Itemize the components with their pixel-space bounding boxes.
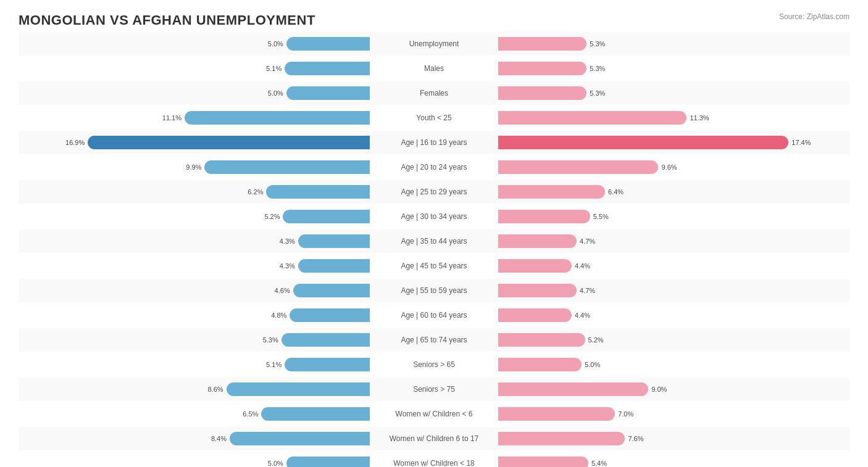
- bar-wrapper-right: 5.3%: [498, 86, 849, 100]
- chart-row: 5.0% Unemployment 5.3%: [19, 32, 849, 56]
- right-value: 4.4%: [575, 312, 590, 319]
- bar-blue: [286, 37, 370, 51]
- bar-wrapper-left: 8.6%: [19, 382, 370, 396]
- bar-wrapper-right: 7.6%: [498, 432, 849, 445]
- center-label: Age | 20 to 24 years: [372, 163, 496, 172]
- right-area: 5.4%: [496, 452, 849, 467]
- chart-row: 8.6% Seniors > 75 9.0%: [19, 378, 849, 401]
- left-value: 4.3%: [280, 238, 295, 245]
- right-area: 9.0%: [496, 378, 849, 401]
- bar-pink: [498, 358, 582, 371]
- bar-wrapper-left: 5.0%: [19, 86, 370, 100]
- bar-blue: [286, 86, 370, 100]
- chart-title: MONGOLIAN VS AFGHAN UNEMPLOYMENT: [19, 12, 315, 28]
- chart-row: 8.4% Women w/ Children 6 to 17 7.6%: [19, 427, 849, 450]
- left-area: 4.6%: [19, 279, 372, 302]
- bar-blue: [298, 259, 370, 273]
- bar-pink: [498, 457, 588, 467]
- right-value: 7.0%: [618, 410, 633, 418]
- center-label: Women w/ Children < 18: [372, 459, 496, 467]
- left-area: 4.8%: [19, 304, 372, 327]
- right-area: 4.7%: [496, 279, 849, 302]
- bar-wrapper-left: 11.1%: [19, 111, 370, 125]
- chart-row: 4.8% Age | 60 to 64 years 4.4%: [19, 304, 849, 327]
- left-area: 4.3%: [19, 254, 372, 278]
- right-value: 5.3%: [590, 89, 605, 97]
- right-area: 5.3%: [496, 32, 849, 56]
- bar-wrapper-right: 11.3%: [498, 111, 849, 125]
- center-label: Age | 45 to 54 years: [372, 262, 496, 270]
- bar-wrapper-left: 5.1%: [19, 358, 370, 371]
- bar-pink: [498, 308, 572, 322]
- bar-section: 5.2% Age | 30 to 34 years 5.5%: [19, 205, 849, 228]
- chart-row: 5.0% Women w/ Children < 18 5.4%: [19, 452, 849, 467]
- bar-section: 5.0% Unemployment 5.3%: [19, 32, 849, 56]
- bar-wrapper-left: 5.0%: [19, 457, 370, 467]
- bar-wrapper-left: 5.3%: [19, 333, 370, 347]
- bar-wrapper-right: 6.4%: [498, 185, 849, 199]
- right-value: 17.4%: [791, 139, 811, 146]
- bar-section: 4.6% Age | 55 to 59 years 4.7%: [19, 279, 849, 302]
- bar-wrapper-left: 8.4%: [19, 432, 370, 445]
- bar-wrapper-right: 5.4%: [498, 457, 849, 467]
- right-area: 7.0%: [496, 402, 849, 426]
- center-label: Women w/ Children < 6: [372, 410, 496, 418]
- center-label: Age | 65 to 74 years: [372, 336, 496, 344]
- bar-wrapper-right: 9.0%: [498, 382, 849, 396]
- bar-blue: [185, 111, 370, 125]
- left-value: 4.8%: [271, 312, 286, 319]
- bar-wrapper-right: 5.2%: [498, 333, 849, 347]
- left-area: 8.4%: [19, 427, 372, 450]
- bar-section: 4.8% Age | 60 to 64 years 4.4%: [19, 304, 849, 327]
- right-area: 5.3%: [496, 57, 849, 80]
- bar-pink: [498, 86, 586, 100]
- left-value: 5.1%: [266, 361, 282, 368]
- right-value: 5.4%: [591, 460, 607, 467]
- chart-row: 16.9% Age | 16 to 19 years 17.4%: [19, 131, 849, 154]
- right-value: 4.7%: [580, 287, 595, 294]
- bar-blue: [293, 284, 370, 297]
- right-value: 5.5%: [593, 213, 609, 220]
- right-value: 6.4%: [608, 188, 624, 196]
- right-value: 9.6%: [661, 163, 677, 171]
- bar-pink: [498, 136, 788, 149]
- left-area: 5.2%: [19, 205, 372, 228]
- center-label: Seniors > 75: [372, 385, 496, 394]
- center-label: Seniors > 65: [372, 360, 496, 369]
- bar-wrapper-right: 4.7%: [498, 234, 849, 248]
- center-label: Males: [372, 64, 496, 73]
- bar-wrapper-right: 4.4%: [498, 259, 849, 273]
- bar-wrapper-left: 9.9%: [19, 160, 370, 174]
- bar-pink: [498, 185, 605, 199]
- center-label: Age | 55 to 59 years: [372, 286, 496, 295]
- right-area: 4.4%: [496, 254, 849, 278]
- center-label: Age | 16 to 19 years: [372, 138, 496, 147]
- left-area: 8.6%: [19, 378, 372, 401]
- bar-wrapper-right: 9.6%: [498, 160, 849, 174]
- bar-section: 8.4% Women w/ Children 6 to 17 7.6%: [19, 427, 849, 450]
- right-area: 11.3%: [496, 106, 849, 130]
- left-value: 9.9%: [186, 163, 201, 171]
- bar-blue: [285, 358, 370, 371]
- right-value: 5.2%: [588, 336, 604, 344]
- left-area: 5.0%: [19, 452, 372, 467]
- bar-wrapper-right: 7.0%: [498, 407, 849, 421]
- bar-wrapper-right: 17.4%: [498, 136, 849, 149]
- chart-row: 4.6% Age | 55 to 59 years 4.7%: [19, 279, 849, 302]
- left-area: 9.9%: [19, 155, 372, 179]
- bar-section: 5.0% Women w/ Children < 18 5.4%: [19, 452, 849, 467]
- right-area: 5.5%: [496, 205, 849, 228]
- bar-blue: [227, 382, 370, 396]
- center-label: Youth < 25: [372, 114, 496, 122]
- bar-section: 6.2% Age | 25 to 29 years 6.4%: [19, 180, 849, 204]
- bar-wrapper-left: 4.8%: [19, 308, 370, 322]
- center-label: Age | 30 to 34 years: [372, 212, 496, 221]
- center-label: Unemployment: [372, 39, 496, 48]
- bar-section: 5.0% Females 5.3%: [19, 81, 849, 105]
- right-area: 5.0%: [496, 353, 849, 376]
- chart-row: 5.1% Seniors > 65 5.0%: [19, 353, 849, 376]
- chart-row: 5.3% Age | 65 to 74 years 5.2%: [19, 328, 849, 352]
- right-value: 5.3%: [590, 65, 605, 72]
- chart-row: 5.2% Age | 30 to 34 years 5.5%: [19, 205, 849, 228]
- left-value: 5.0%: [268, 460, 283, 467]
